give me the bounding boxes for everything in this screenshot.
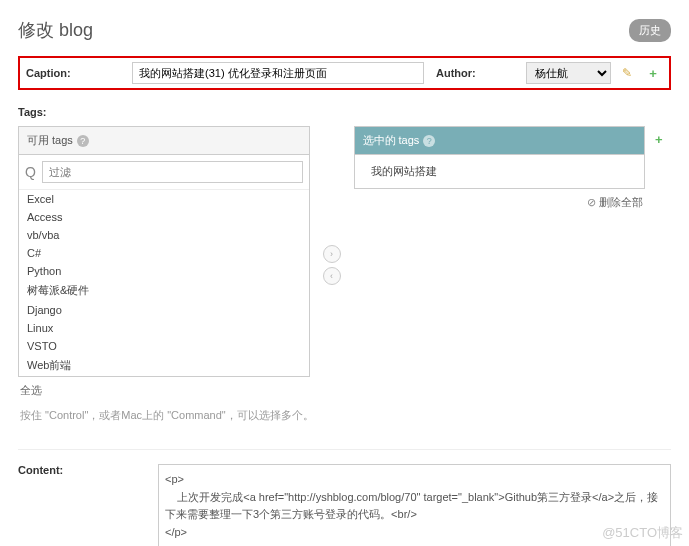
tag-item[interactable]: vb/vba: [19, 226, 309, 244]
author-label: Author:: [430, 67, 520, 79]
tag-item[interactable]: 我的网站搭建: [363, 161, 637, 182]
chevron-right-icon: ›: [330, 249, 333, 259]
edit-author-button[interactable]: ✎: [617, 63, 637, 83]
chevron-left-icon: ‹: [330, 271, 333, 281]
tags-label: Tags:: [18, 106, 671, 118]
tag-item[interactable]: Excel: [19, 190, 309, 208]
tag-item[interactable]: C#: [19, 244, 309, 262]
remove-icon: ⊘: [587, 196, 596, 209]
tag-item[interactable]: Web前端: [19, 355, 309, 376]
available-tags-list[interactable]: ExcelAccessvb/vbaC#Python树莓派&硬件DjangoLin…: [19, 190, 309, 376]
content-label: Content:: [18, 464, 148, 546]
selected-tags-header: 选中的 tags ?: [355, 127, 645, 155]
add-author-button[interactable]: +: [643, 63, 663, 83]
pencil-icon: ✎: [622, 66, 632, 80]
author-select[interactable]: 杨仕航: [526, 62, 611, 84]
search-icon: Q: [25, 164, 36, 180]
tag-item[interactable]: Django: [19, 301, 309, 319]
caption-input[interactable]: [132, 62, 424, 84]
history-button[interactable]: 历史: [629, 19, 671, 42]
remove-all-link[interactable]: ⊘ 删除全部: [587, 195, 643, 210]
help-icon[interactable]: ?: [77, 135, 89, 147]
tags-hint: 按住 "Control"，或者Mac上的 "Command"，可以选择多个。: [18, 404, 671, 437]
tag-item[interactable]: 树莓派&硬件: [19, 280, 309, 301]
tag-item[interactable]: VSTO: [19, 337, 309, 355]
available-tags-header: 可用 tags ?: [19, 127, 309, 155]
help-icon[interactable]: ?: [423, 135, 435, 147]
page-title: 修改 blog: [18, 18, 93, 42]
selected-tags-list[interactable]: 我的网站搭建: [355, 155, 645, 188]
content-textarea[interactable]: [158, 464, 671, 546]
tag-item[interactable]: Linux: [19, 319, 309, 337]
plus-icon: +: [649, 66, 657, 81]
select-all-link[interactable]: 全选: [20, 383, 42, 398]
tag-item[interactable]: Python: [19, 262, 309, 280]
caption-label: Caption:: [26, 67, 126, 79]
move-left-button[interactable]: ‹: [323, 267, 341, 285]
tag-item[interactable]: Access: [19, 208, 309, 226]
move-right-button[interactable]: ›: [323, 245, 341, 263]
caption-author-box: Caption: Author: 杨仕航 ✎ +: [18, 56, 671, 90]
add-tag-button[interactable]: +: [655, 132, 663, 147]
tags-filter-input[interactable]: [42, 161, 303, 183]
